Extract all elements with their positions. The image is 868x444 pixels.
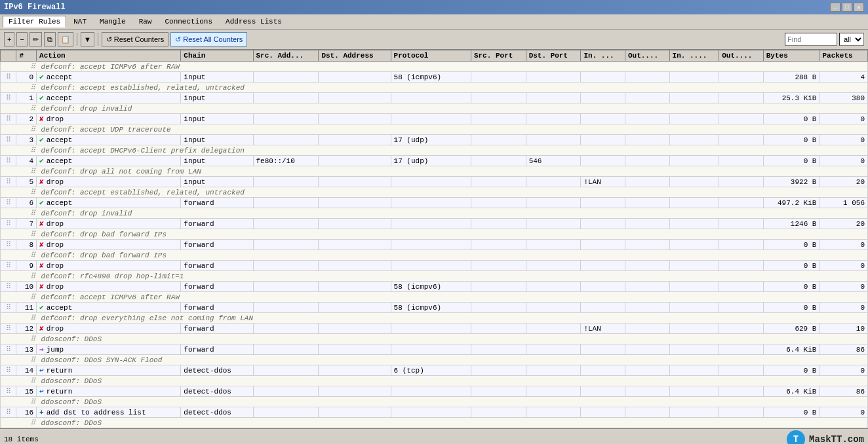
row-num: 11: [16, 303, 37, 313]
row-protocol: [391, 177, 471, 187]
col-src-addr[interactable]: Src. Add...: [253, 50, 319, 62]
table-row[interactable]: ⠿7✘dropforward1246 B20: [1, 219, 868, 229]
row-packets: 4: [819, 72, 868, 83]
row-src-port: [471, 386, 526, 397]
comment-text: ⠿ defconf: drop invalid: [1, 208, 868, 219]
table-row[interactable]: ⠿2✘dropinput0 B0: [1, 114, 868, 124]
table-row[interactable]: ⠿14↩returndetect-ddos6 (tcp)0 B0: [1, 365, 868, 376]
row-src-addr: [253, 93, 319, 103]
row-bytes: 3922 B: [763, 177, 819, 187]
col-in2[interactable]: In. ....: [669, 50, 719, 62]
table-row[interactable]: ⠿6✔acceptforward497.2 KiB1 056: [1, 198, 868, 208]
row-out-if: [625, 198, 669, 208]
row-chain: forward: [181, 344, 253, 355]
row-num: 7: [16, 219, 37, 229]
minimize-button[interactable]: _: [830, 3, 840, 12]
firewall-rules-table: # Action Chain Src. Add... Dst. Address …: [0, 50, 868, 428]
table-row[interactable]: ⠿8✘dropforward0 B0: [1, 240, 868, 250]
table-row[interactable]: ⠿4✔acceptinputfe80::/1017 (udp)5460 B0: [1, 156, 868, 166]
row-in-if: [581, 93, 625, 103]
table-header: # Action Chain Src. Add... Dst. Address …: [1, 50, 868, 62]
table-row[interactable]: ⠿16+add dst to address listdetect-ddos0 …: [1, 407, 868, 418]
row-bytes: 0 B: [763, 114, 819, 124]
maximize-button[interactable]: □: [842, 3, 852, 12]
comment-row: ⠿ defconf: accept established, related, …: [1, 187, 868, 198]
search-input[interactable]: [785, 33, 837, 46]
tab-address-lists[interactable]: Address Lists: [220, 16, 288, 28]
table-row[interactable]: ⠿11✔acceptforward58 (icmpv6)0 B0: [1, 303, 868, 313]
col-out2[interactable]: Out....: [719, 50, 764, 62]
comment-text: ⠿ ddosconf: DDoS: [1, 397, 868, 407]
col-dst-port[interactable]: Dst. Port: [526, 50, 581, 62]
filter-button[interactable]: ▼: [81, 32, 94, 46]
add-button[interactable]: +: [4, 32, 14, 46]
table-row[interactable]: ⠿12✘dropforward!LAN629 B10: [1, 324, 868, 334]
copy-button[interactable]: ⧉: [44, 32, 56, 46]
col-action[interactable]: Action: [37, 50, 181, 62]
firewall-rules-table-container: # Action Chain Src. Add... Dst. Address …: [0, 50, 868, 428]
row-in2: [669, 324, 719, 334]
tab-raw[interactable]: Raw: [133, 16, 158, 28]
row-src-port: [471, 177, 526, 187]
row-out-if: [625, 282, 669, 292]
col-dst-addr[interactable]: Dst. Address: [319, 50, 391, 62]
row-out-if: [625, 156, 669, 166]
table-row[interactable]: ⠿15↩returndetect-ddos6.4 KiB86: [1, 386, 868, 397]
remove-button[interactable]: −: [16, 32, 27, 46]
search-scope-select[interactable]: all: [839, 33, 864, 46]
row-out2: [719, 324, 764, 334]
col-chain[interactable]: Chain: [181, 50, 253, 62]
row-in2: [669, 198, 719, 208]
col-in-if[interactable]: In. ...: [581, 50, 625, 62]
col-bytes[interactable]: Bytes: [763, 50, 819, 62]
col-num[interactable]: #: [16, 50, 37, 62]
row-in-if: [581, 261, 625, 271]
row-action: ✔accept: [37, 72, 181, 83]
row-num: 8: [16, 240, 37, 250]
row-packets: 0: [819, 156, 868, 166]
tab-filter-rules[interactable]: Filter Rules: [3, 16, 66, 28]
row-dst-port: [526, 93, 581, 103]
row-dst-port: [526, 114, 581, 124]
table-row[interactable]: ⠿9✘dropforward0 B0: [1, 261, 868, 271]
row-num: 5: [16, 177, 37, 187]
row-num: 16: [16, 407, 37, 418]
reset-counters-button[interactable]: ↺ Reset Counters: [102, 32, 168, 46]
row-packets: 1 056: [819, 198, 868, 208]
col-protocol[interactable]: Protocol: [391, 50, 471, 62]
tab-connections[interactable]: Connections: [159, 16, 218, 28]
tab-mangle[interactable]: Mangle: [94, 16, 132, 28]
row-action: ↩return: [37, 386, 181, 397]
table-row[interactable]: ⠿5✘dropinput!LAN3922 B20: [1, 177, 868, 187]
row-in2: [669, 114, 719, 124]
comment-row: ⠿ defconf: drop invalid: [1, 208, 868, 219]
close-button[interactable]: ✕: [854, 3, 864, 12]
row-out-if: [625, 72, 669, 83]
comment-row: ⠿ defconf: accept ICMPv6 after RAW: [1, 62, 868, 72]
table-row[interactable]: ⠿10✘dropforward58 (icmpv6)0 B0: [1, 282, 868, 292]
table-row[interactable]: ⠿3✔acceptinput17 (udp)0 B0: [1, 135, 868, 145]
edit-button[interactable]: ✏: [30, 32, 42, 46]
row-dst-addr: [319, 344, 391, 355]
row-packets: 10: [819, 324, 868, 334]
row-dst-port: [526, 282, 581, 292]
col-packets[interactable]: Packets: [819, 50, 868, 62]
row-protocol: [391, 198, 471, 208]
row-action: ✘drop: [37, 240, 181, 250]
table-row[interactable]: ⠿13⇒jumpforward6.4 KiB86: [1, 344, 868, 355]
row-src-addr: [253, 261, 319, 271]
paste-button[interactable]: 📋: [58, 32, 73, 46]
table-row[interactable]: ⠿0✔acceptinput58 (icmpv6)288 B4: [1, 72, 868, 83]
row-bytes: 0 B: [763, 365, 819, 376]
table-row[interactable]: ⠿1✔acceptinput25.3 KiB380: [1, 93, 868, 103]
row-in2: [669, 135, 719, 145]
col-src-port[interactable]: Src. Port: [471, 50, 526, 62]
row-chain: detect-ddos: [181, 386, 253, 397]
row-chain: forward: [181, 240, 253, 250]
comment-text: ⠿ defconf: drop all not coming from LAN: [1, 166, 868, 177]
row-chain: forward: [181, 219, 253, 229]
tab-nat[interactable]: NAT: [68, 16, 92, 28]
col-out-if[interactable]: Out....: [625, 50, 669, 62]
row-out2: [719, 177, 764, 187]
reset-all-counters-button[interactable]: ↺ Reset All Counters: [170, 32, 247, 46]
